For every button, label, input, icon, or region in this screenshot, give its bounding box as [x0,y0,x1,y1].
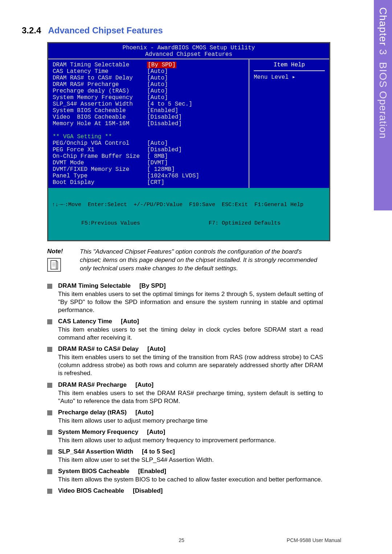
item-desc: This item enables users to set the DRAM … [58,389,323,405]
bullet-icon [47,430,52,435]
bios-row: Boot Display[CRT] [53,179,244,186]
list-item: System Memory Frequency[Auto] This item … [47,428,323,444]
item-title: DRAM RAS# to CAS# Delay[Auto] [58,345,166,353]
item-title: System BIOS Cacheable[Enabled] [58,468,166,475]
page-number: 25 [179,537,184,543]
bios-row: System BIOS Cacheable[Enabled] [53,107,244,114]
list-item: DRAM Timing Selectable[By SPD] This item… [47,282,323,314]
item-title: System Memory Frequency[Auto] [58,428,165,436]
item-desc: This item enables users to set the timin… [58,353,323,377]
list-item: Precharge delay (tRAS)[Auto] This item a… [47,409,323,425]
bios-row: DRAM RAS# Precharge[Auto] [53,81,244,88]
manual-name: PCM-9588 User Manual [287,537,341,543]
bios-screenshot: Phoenix - AwardBIOS CMOS Setup Utility A… [47,42,330,241]
bios-body: DRAM Timing Selectable[By SPD] CAS Laten… [48,59,329,188]
bullet-icon [47,347,52,352]
bios-row: Video BIOS Cacheable[Disabled] [53,114,244,120]
bios-row: On-Chip Frame Buffer Size[ 8MB] [53,153,244,160]
bios-header: Phoenix - AwardBIOS CMOS Setup Utility A… [48,43,329,59]
page-content: 3.2.4 Advanced Chipset Features Phoenix … [0,0,363,513]
bios-footer-line1: ↑↓→←:Move Enter:Select +/-/PU/PD:Value F… [52,202,326,208]
item-title: DRAM RAS# Precharge[Auto] [58,381,154,389]
bios-row: DVMT/FIXED Memory Size[ 128MB] [53,166,244,173]
bios-row: PEG Force X1[Disabled] [53,147,244,153]
note-left-col: Note! [47,248,80,273]
side-chapter-num: 3 [377,49,389,55]
bullet-icon [47,450,52,455]
item-desc: This item allows user to adjust memory p… [58,417,323,425]
list-item: System BIOS Cacheable[Enabled] This item… [47,468,323,484]
bios-row: SLP_S4# Assertion Width[4 to 5 Sec.] [53,101,244,107]
list-item: SLP_S4# Assertion Width[4 to 5 Sec] This… [47,448,323,464]
bios-row: DRAM RAS# to CAS# Delay[Auto] [53,75,244,81]
menu-level: Menu Level ▸ [254,71,325,81]
bios-row: CAS Latency Time[Auto] [53,68,244,75]
item-desc: This item allows the system BIOS to be c… [58,476,323,484]
bios-row: DRAM Timing Selectable[By SPD] [53,62,244,68]
side-chapter-label: Chapter [377,7,389,46]
list-item: DRAM RAS# to CAS# Delay[Auto] This item … [47,345,323,377]
section-number: 3.2.4 [22,25,41,35]
item-desc: This item enables users to set the timin… [58,326,323,342]
bios-settings-panel: DRAM Timing Selectable[By SPD] CAS Laten… [48,59,249,188]
item-title: SLP_S4# Assertion Width[4 to 5 Sec] [58,448,175,455]
list-item: DRAM RAS# Precharge[Auto] This item enab… [47,381,323,405]
note-block: Note! This "Advanced Chipset Features" o… [47,248,327,273]
svg-rect-0 [51,260,56,269]
note-icon [47,258,61,272]
bios-footer-line2: F5:Previous Values F7: Optimized Default… [52,220,326,226]
item-help-title: Item Help [254,62,325,71]
bullet-icon [47,489,52,494]
item-desc: This item enables users to set the optim… [58,290,323,314]
bios-header-line2: Advanced Chipset Features [48,51,329,58]
bios-row: System Memory Frequency[Auto] [53,94,244,101]
bullet-icon [47,319,52,324]
item-list: DRAM Timing Selectable[By SPD] This item… [47,282,323,495]
item-title: CAS Latency Time[Auto] [58,318,139,325]
bios-row: PEG/Onchip VGA Control[Auto] [53,140,244,147]
section-title-text: Advanced Chipset Features [48,25,163,35]
item-title: Video BIOS Cacheable[Disabled] [58,487,163,495]
item-title: Precharge delay (tRAS)[Auto] [58,409,154,416]
bios-footer: ↑↓→←:Move Enter:Select +/-/PU/PD:Value F… [48,188,329,240]
side-chapter-tab: Chapter 3 BIOS Operation [374,0,392,210]
item-desc: This item allow user to set the SLP_S4# … [58,456,323,464]
bullet-icon [47,284,52,289]
side-tab-text: Chapter 3 BIOS Operation [377,7,389,139]
section-heading: 3.2.4 Advanced Chipset Features [22,25,327,36]
bios-row: Precharge dealy (tRAS)[Auto] [53,88,244,94]
bios-row: Memory Hole At 15M-16M[Disabled] [53,120,244,127]
note-text: This "Advanced Chipset Features" option … [80,248,319,273]
bios-header-line1: Phoenix - AwardBIOS CMOS Setup Utility [48,45,329,51]
item-desc: This item allows user to adjust memory f… [58,436,323,444]
bios-row: DVMT Mode[DVMT] [53,160,244,166]
bullet-icon [47,469,52,474]
bios-row: Panel Type[1024x768 LVDS] [53,173,244,179]
note-label: Note! [47,248,80,255]
bios-help-panel: Item Help Menu Level ▸ [249,59,329,188]
item-title: DRAM Timing Selectable[By SPD] [58,282,166,290]
bullet-icon [47,383,52,388]
bullet-icon [47,410,52,415]
side-chapter-title: BIOS Operation [377,62,389,139]
bios-vga-section-header: ** VGA Setting ** [53,134,244,140]
list-item: Video BIOS Cacheable[Disabled] [47,487,323,495]
page-footer: 25 PCM-9588 User Manual [0,537,363,543]
list-item: CAS Latency Time[Auto] This item enables… [47,318,323,342]
